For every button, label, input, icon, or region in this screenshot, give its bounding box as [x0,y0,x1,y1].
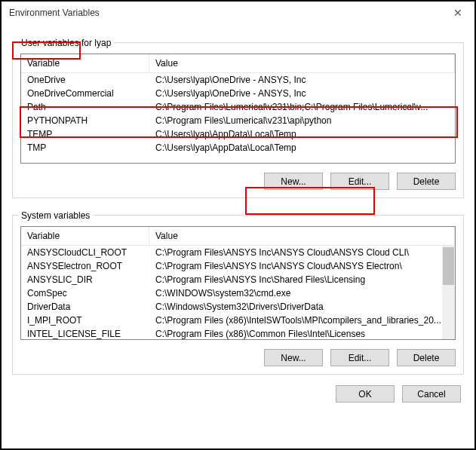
titlebar: Environment Variables ✕ [2,2,474,24]
table-row[interactable]: PYTHONPATH C:\Program Files\Lumerical\v2… [21,114,455,127]
user-group-label: User variables for lyap [18,38,114,48]
cell-value: C:\Program Files\ANSYS Inc\ANSYS Cloud\A… [149,246,455,259]
cancel-button[interactable]: Cancel [402,385,461,403]
cell-variable: ANSYSCloudCLI_ROOT [21,246,149,259]
cell-variable: OneDrive [21,74,149,86]
scrollbar-thumb[interactable] [443,247,454,285]
cell-variable: INTEL_LICENSE_FILE [21,328,149,339]
cell-variable: I_MPI_ROOT [21,314,149,326]
cell-value: C:\Program Files\ANSYS Inc\Shared Files\… [149,274,455,286]
table-row[interactable]: TMP C:\Users\lyap\AppData\Local\Temp [21,141,455,155]
system-variables-group: System variables Variable Value ANSYSClo… [12,204,464,375]
user-edit-button[interactable]: Edit... [330,173,389,190]
user-variables-list[interactable]: Variable Value OneDrive C:\Users\lyap\On… [20,54,456,164]
table-row[interactable]: I_MPI_ROOT C:\Program Files (x86)\IntelS… [21,314,455,327]
table-row[interactable]: INTEL_LICENSE_FILE C:\Program Files (x86… [21,327,455,339]
cell-variable: OneDriveCommercial [21,87,149,99]
table-row[interactable]: OneDriveCommercial C:\Users\lyap\OneDriv… [21,87,455,100]
cell-value: C:\Program Files\ANSYS Inc\ANSYS Cloud\A… [149,260,455,272]
system-group-label: System variables [18,210,93,221]
list-header: Variable Value [21,54,455,73]
table-row[interactable]: ANSYSLIC_DIR C:\Program Files\ANSYS Inc\… [21,273,455,286]
cell-value: C:\Program Files\Lumerical\v231\bin;C:\P… [149,101,455,113]
cell-variable: TEMP [21,128,149,140]
scrollbar-vertical[interactable] [442,246,455,339]
cell-value: C:\Users\lyap\OneDrive - ANSYS, Inc [149,87,455,99]
col-header-value[interactable]: Value [149,227,455,245]
cell-value: C:\Users\lyap\AppData\Local\Temp [149,128,455,140]
cell-value: C:\Program Files\Lumerical\v231\api\pyth… [149,115,455,127]
cell-variable: DriverData [21,301,149,313]
cell-value: C:\Program Files (x86)\IntelSWTools\MPI\… [149,314,455,326]
cell-value: C:\Users\lyap\AppData\Local\Temp [149,142,455,154]
list-body: OneDrive C:\Users\lyap\OneDrive - ANSYS,… [21,73,455,163]
user-variables-group: User variables for lyap Variable Value O… [12,32,464,198]
system-variables-list[interactable]: Variable Value ANSYSCloudCLI_ROOT C:\Pro… [20,226,456,340]
col-header-value[interactable]: Value [149,54,455,72]
system-button-row: New... Edit... Delete [20,349,456,366]
table-row[interactable]: Path C:\Program Files\Lumerical\v231\bin… [21,100,455,114]
cell-value: C:\Windows\System32\Drivers\DriverData [149,301,455,313]
cell-variable: PYTHONPATH [21,115,149,127]
user-button-row: New... Edit... Delete [20,173,456,190]
table-row[interactable]: ANSYSCloudCLI_ROOT C:\Program Files\ANSY… [21,246,455,259]
table-row[interactable]: ANSYSElectron_ROOT C:\Program Files\ANSY… [21,259,455,273]
dialog-button-row: OK Cancel [12,385,464,403]
cell-value: C:\Program Files (x86)\Common Files\Inte… [149,328,455,339]
close-icon[interactable]: ✕ [449,5,467,20]
ok-button[interactable]: OK [336,385,395,403]
cell-value: C:\Users\lyap\OneDrive - ANSYS, Inc [149,74,455,86]
system-edit-button[interactable]: Edit... [330,349,389,366]
user-new-button[interactable]: New... [264,173,323,190]
cell-variable: Path [21,101,149,113]
table-row[interactable]: OneDrive C:\Users\lyap\OneDrive - ANSYS,… [21,73,455,87]
col-header-variable[interactable]: Variable [21,227,149,245]
table-row[interactable]: ComSpec C:\WINDOWS\system32\cmd.exe [21,286,455,300]
system-delete-button[interactable]: Delete [397,349,456,366]
cell-variable: ANSYSLIC_DIR [21,274,149,286]
dialog-window: Environment Variables ✕ User variables f… [0,0,476,450]
cell-variable: TMP [21,142,149,154]
table-row[interactable]: DriverData C:\Windows\System32\Drivers\D… [21,300,455,314]
dialog-content: User variables for lyap Variable Value O… [2,24,474,412]
user-delete-button[interactable]: Delete [397,173,456,190]
cell-variable: ComSpec [21,287,149,299]
table-row[interactable]: TEMP C:\Users\lyap\AppData\Local\Temp [21,127,455,141]
window-title: Environment Variables [9,8,100,18]
cell-variable: ANSYSElectron_ROOT [21,260,149,272]
col-header-variable[interactable]: Variable [21,54,149,72]
list-header: Variable Value [21,227,455,246]
system-new-button[interactable]: New... [264,349,323,366]
cell-value: C:\WINDOWS\system32\cmd.exe [149,287,455,299]
list-body: ANSYSCloudCLI_ROOT C:\Program Files\ANSY… [21,246,455,339]
